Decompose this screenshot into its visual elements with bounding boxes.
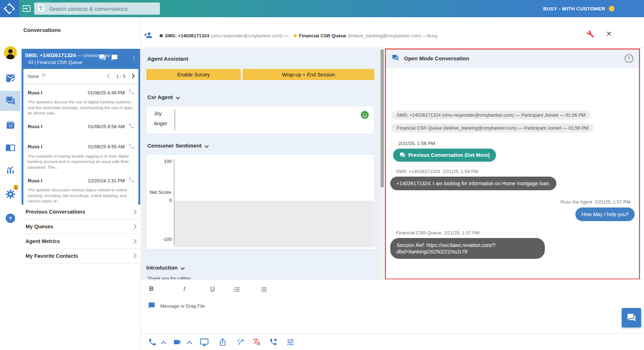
phone-options-chevron-up[interactable] [162, 340, 165, 347]
conversation-snippet [28, 131, 135, 136]
add-participant-icon[interactable] [144, 31, 152, 41]
filter-icon[interactable] [41, 73, 46, 80]
send-message-button[interactable] [622, 308, 641, 327]
customer-message-bubble[interactable]: +14026171324: I am looking for informati… [390, 177, 556, 190]
message-composer[interactable]: B I U Message or Drag File [141, 279, 644, 333]
previous-conversation-get-more-button[interactable]: Previous Conversation (Get More) [393, 149, 496, 162]
more-options-icon[interactable]: ⋮ [131, 55, 137, 61]
message-sender-label: Russ the Agent 2/21/25, 1:57 PM [561, 199, 630, 205]
message-input-area[interactable]: Message or Drag File [148, 302, 205, 310]
agent-message-bubble[interactable]: How May I help you? [575, 207, 635, 221]
chevron-down-icon [181, 266, 185, 270]
filter-label[interactable]: None [28, 74, 39, 79]
scrollbar-thumb[interactable] [381, 49, 384, 187]
video-call-button[interactable] [172, 338, 182, 348]
system-session-ref-bubble[interactable]: Session Ref: https://sec3aws.revation.co… [390, 238, 545, 259]
screen-share-button[interactable] [200, 338, 209, 348]
wrench-icon[interactable] [586, 30, 594, 39]
translate-button[interactable] [253, 338, 261, 347]
list-item[interactable]: Russ I 12/20/24 2:31 PM The speaker disc… [23, 173, 138, 207]
smiley-face-icon [360, 111, 369, 121]
chevron-right-icon [132, 209, 137, 214]
sidebar-item-profile[interactable] [0, 43, 20, 63]
conversation-timestamp: 2/21/25, 1:56 PM [398, 141, 435, 146]
app-window: BUSY - WITH CUSTOMER 12 [0, 0, 644, 350]
call-icon[interactable] [128, 177, 135, 185]
chevron-right-icon [132, 224, 137, 229]
selected-conversation-card[interactable]: SMS: +14026171324 — Unencrypted 43 | Fin… [22, 49, 140, 224]
sidebar-item-help[interactable]: ? [0, 208, 20, 228]
sidebar-item-calendar[interactable]: 12 [0, 115, 20, 135]
message-sender-label: SMS: +14026171324 2/21/25, 1:54 PM [396, 169, 478, 174]
contact-name: Russ I [28, 144, 88, 149]
numbered-list-button[interactable] [234, 286, 240, 294]
bulleted-list-button[interactable] [261, 286, 267, 294]
system-message: SMS: +14026171324 (sms-responder@cmybank… [392, 111, 590, 120]
left-nav-rail: 12 1 ? [0, 17, 21, 350]
list-item[interactable]: Russ I 01/06/25 8:55 AM The customer is … [23, 139, 138, 173]
share-file-button[interactable] [218, 338, 227, 347]
status-busy-dot [609, 6, 615, 11]
import-contacts-icon[interactable] [22, 4, 31, 14]
sidebar-item-metrics[interactable] [0, 160, 20, 180]
queue-status-dot [294, 34, 297, 37]
sparkle-arrow-icon[interactable] [237, 338, 245, 347]
sidebar-item-contacts-book[interactable] [0, 137, 20, 158]
underline-button[interactable]: U [210, 285, 215, 293]
consumer-sentiment-section-header[interactable]: Consumer Sentiment [147, 143, 208, 149]
contact-name: Russ I [28, 90, 88, 95]
multi-chat-icon[interactable] [99, 54, 106, 62]
chat-bubble-icon [148, 302, 155, 310]
close-icon[interactable]: ✕ [606, 29, 612, 38]
conversation-snippet: The speakers discuss the use of digital … [28, 99, 135, 116]
inbox-check-icon [5, 73, 15, 83]
history-filter-row: None 1 - 5 [23, 69, 138, 84]
search-input[interactable] [49, 5, 157, 12]
avatar-icon [4, 46, 17, 59]
sidebar-item-settings[interactable]: 1 [0, 184, 20, 204]
transfer-call-button[interactable] [269, 338, 277, 347]
section-my-favorite-contacts[interactable]: My Favorite Contacts [20, 249, 141, 263]
help-icon: ? [6, 214, 15, 223]
agent-status[interactable]: BUSY - WITH CUSTOMER [543, 0, 615, 17]
call-icon[interactable] [128, 123, 135, 131]
call-icon[interactable] [128, 89, 135, 97]
phone-call-button[interactable] [148, 338, 157, 348]
csr-emotions-card: Joy Anger [146, 106, 374, 134]
enable-survey-button[interactable]: Enable Survey [146, 69, 241, 80]
message-placeholder: Message or Drag File [160, 303, 205, 309]
page-prev-icon[interactable] [107, 74, 112, 79]
section-previous-conversations[interactable]: Previous Conversations [20, 205, 141, 219]
section-my-queues[interactable]: My Queues [20, 219, 141, 234]
chevron-right-icon [132, 253, 137, 258]
conversations-panel: Conversations SMS: +14026171324 — Unencr… [20, 17, 141, 350]
forum-icon [400, 152, 405, 158]
conversation-meta: 43 | Financial CSR Queue [28, 60, 82, 65]
italic-button[interactable]: I [183, 285, 185, 293]
section-agent-metrics[interactable]: Agent Metrics [20, 234, 141, 249]
calendar-icon: 12 [5, 120, 15, 130]
list-item[interactable]: Russ I 01/06/25 8:58 AM [23, 119, 138, 139]
chart-negative-region [174, 201, 374, 247]
chat-bubble-icon[interactable] [111, 54, 118, 62]
sidebar-item-inbox[interactable] [0, 68, 20, 88]
list-item[interactable]: Russ I 01/08/25 4:49 PM The speakers dis… [23, 85, 138, 119]
conversations-title: Conversations [23, 27, 61, 33]
bold-button[interactable]: B [149, 285, 153, 293]
video-options-chevron-up[interactable] [188, 340, 191, 347]
introduction-section-header[interactable]: Introduction [146, 265, 184, 271]
csr-agent-section-header[interactable]: Csr Agent [147, 94, 179, 100]
wrapup-end-session-button[interactable]: Wrap-up + End Session [243, 69, 374, 80]
page-next-icon[interactable] [130, 74, 135, 79]
sidebar-item-conversations[interactable] [0, 91, 20, 111]
conversations-icon [5, 96, 15, 106]
call-icon[interactable] [128, 143, 135, 151]
chevron-down-icon [176, 95, 180, 99]
app-logo[interactable] [0, 0, 19, 17]
settings-badge: 1 [13, 185, 18, 190]
emotion-anger-label: Anger [154, 121, 167, 126]
tune-settings-button[interactable] [286, 338, 295, 348]
panel-sections: Previous Conversations My Queues Agent M… [20, 205, 141, 263]
help-outline-icon[interactable]: ? [625, 54, 633, 63]
panel-scrollbar[interactable] [380, 48, 384, 279]
